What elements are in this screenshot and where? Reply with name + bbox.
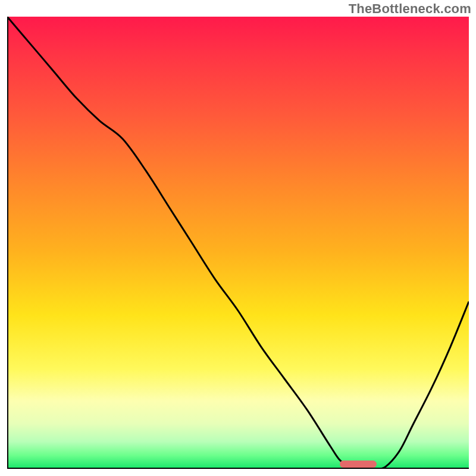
- plot-area: [7, 17, 469, 469]
- chart-container: TheBottleneck.com: [0, 0, 476, 476]
- curve-path: [7, 17, 469, 469]
- optimal-range-marker: [340, 461, 377, 468]
- watermark-text: TheBottleneck.com: [349, 1, 471, 17]
- bottleneck-curve: [7, 17, 469, 469]
- x-axis: [7, 468, 469, 469]
- y-axis: [7, 17, 8, 469]
